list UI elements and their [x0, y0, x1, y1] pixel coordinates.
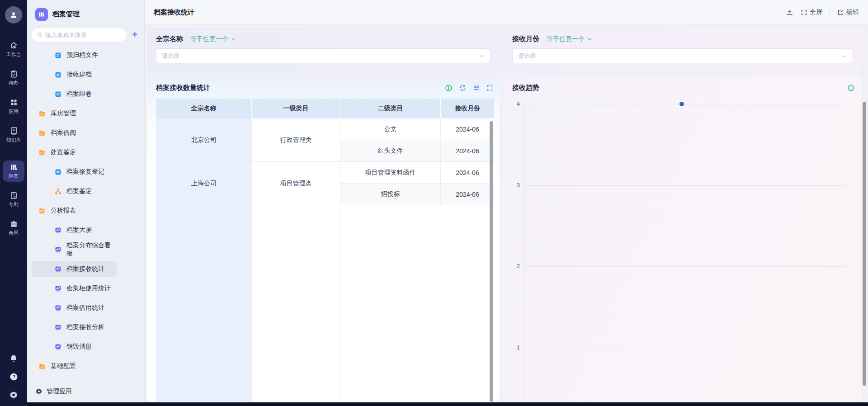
blue-doc-icon	[54, 90, 62, 98]
rail-item-contract[interactable]: 合同	[3, 217, 24, 239]
settings-gear-icon[interactable]	[9, 391, 18, 400]
rail-item-workbench[interactable]: 工作台	[3, 39, 24, 60]
table-cell-month: 2024-06	[441, 162, 494, 184]
table-filler-fond-column	[156, 205, 252, 401]
month-select[interactable]	[512, 48, 852, 63]
sidebar-item-destruction-list[interactable]: 销毁清册	[32, 339, 117, 355]
table-card-title: 档案接收数量统计	[156, 84, 210, 92]
download-button[interactable]	[786, 9, 793, 16]
org-chart-icon	[54, 188, 62, 195]
search-row: +	[27, 22, 144, 46]
fullscreen-button[interactable]: 全屏	[801, 8, 822, 16]
page-scrollbar-thumb[interactable]	[863, 102, 866, 386]
folder-icon	[38, 129, 46, 137]
rail-item-apps[interactable]: 应用	[3, 96, 24, 117]
rail-item-todo[interactable]: 待办	[3, 67, 24, 89]
y-tick-label: 2	[505, 263, 520, 269]
edit-button[interactable]: 编辑	[837, 8, 859, 16]
sidebar-menu: 预归档文件 接收建档 档案组卷 库房管理 档案借阅 处置鉴定 档案修复登记 档	[27, 46, 144, 380]
topbar-separator	[830, 9, 830, 16]
search-input[interactable]	[46, 32, 121, 38]
month-filter-card: 接收月份 等于任意一个	[503, 28, 861, 72]
sidebar-item-repair-registration[interactable]: 档案修复登记	[32, 164, 117, 180]
col-header-fond: 全宗名称	[156, 99, 252, 118]
col-header-month: 接收月份	[441, 99, 494, 118]
sidebar-item-cabinet-usage-statistics[interactable]: 密集柜使用统计	[32, 280, 117, 297]
rail-item-knowledge[interactable]: AI 知识库	[3, 124, 24, 146]
statistics-table: 全宗名称 一级类目 二级类目 接收月份 北京公司 行政管理类 公文 2024-0…	[156, 99, 494, 401]
fond-filter-label: 全宗名称	[156, 35, 183, 43]
sidebar-item-warehouse-mgmt[interactable]: 库房管理	[32, 105, 117, 122]
month-select-input[interactable]	[518, 52, 841, 59]
folder-icon	[38, 363, 46, 370]
chart-icon	[54, 285, 62, 293]
sidebar-item-reception-analysis[interactable]: 档案接收分析	[32, 319, 117, 335]
col-header-category2: 二级类目	[340, 99, 441, 118]
sidebar-item-analysis-reports[interactable]: 分析报表	[32, 203, 117, 219]
add-button[interactable]: +	[130, 30, 140, 40]
table-cell-category1: 行政管理类	[252, 118, 340, 162]
sidebar-item-reception-statistics[interactable]: 档案接收统计	[32, 261, 117, 277]
info-icon[interactable]	[445, 84, 453, 92]
chevron-down-icon	[479, 53, 485, 59]
sidebar-item-archive-borrowing[interactable]: 档案借阅	[32, 125, 117, 141]
chevron-down-icon	[231, 37, 236, 42]
y-tick-label: 3	[505, 182, 520, 189]
table-cell-category1: 项目管理类	[252, 162, 340, 205]
chart-icon	[54, 246, 62, 254]
sidebar-item-archive-binding[interactable]: 档案组卷	[32, 86, 117, 102]
y-tick-label: 1	[505, 344, 520, 351]
sidebar-item-borrowing-statistics[interactable]: 档案借用统计	[32, 300, 117, 316]
sidebar-item-archive-appraisal[interactable]: 档案鉴定	[32, 183, 117, 199]
table-cell-fond: 上海公司	[156, 162, 252, 205]
table-filler	[340, 205, 494, 401]
fond-filter-operator[interactable]: 等于任意一个	[190, 35, 236, 43]
rail-bottom: ?	[9, 354, 19, 406]
rail-item-patent[interactable]: ¥ 专利	[3, 189, 24, 210]
refresh-icon[interactable]	[459, 84, 467, 92]
fond-select[interactable]	[156, 48, 491, 63]
table-cell-category2: 招投标	[340, 184, 441, 205]
clipboard-check-icon	[9, 70, 18, 78]
sidebar-item-basic-config[interactable]: 基础配置	[32, 358, 117, 374]
gridline	[524, 266, 845, 267]
fullscreen-icon	[801, 9, 807, 16]
sidebar-item-receive-filing[interactable]: 接收建档	[32, 66, 117, 83]
table-scrollbar-thumb[interactable]	[490, 121, 493, 401]
notification-bell-icon[interactable]	[9, 354, 18, 363]
download-icon	[786, 9, 793, 16]
chevron-down-icon	[587, 37, 592, 42]
month-filter-operator[interactable]: 等于任意一个	[547, 35, 592, 43]
grid-icon	[9, 98, 18, 107]
chart-icon	[54, 343, 62, 351]
y-tick-label: 4	[505, 100, 520, 107]
chart-icon	[54, 227, 62, 234]
trend-plot: 4 3 2 1	[503, 77, 861, 401]
bottom-bar	[0, 402, 868, 406]
user-icon	[9, 10, 18, 19]
app-logo-icon	[35, 8, 48, 21]
table-cell-fond: 北京公司	[156, 118, 252, 162]
fond-select-input[interactable]	[162, 52, 479, 59]
help-icon[interactable]: ?	[9, 372, 19, 382]
expand-icon[interactable]	[486, 85, 493, 91]
chart-icon	[54, 304, 62, 312]
sidebar-item-archive-dashboard[interactable]: 档案大屏	[32, 222, 117, 238]
topbar-actions: 全屏 编辑	[786, 8, 859, 16]
sidebar-item-pre-archive-files[interactable]: 预归档文件	[32, 47, 117, 63]
folder-open-icon	[38, 149, 46, 156]
blue-doc-icon	[54, 168, 62, 176]
search-box[interactable]	[32, 28, 126, 42]
avatar[interactable]	[5, 6, 22, 24]
manage-app-button[interactable]: 管理应用	[27, 380, 144, 402]
svg-text:¥: ¥	[14, 196, 15, 198]
chart-icon	[54, 324, 62, 331]
svg-text:AI: AI	[12, 129, 15, 132]
sidebar-item-disposal-appraisal[interactable]: 处置鉴定	[32, 144, 117, 161]
gear-icon	[35, 388, 42, 395]
menu-icon[interactable]	[473, 84, 480, 91]
app-title: 档案管理	[52, 10, 80, 19]
rail-item-archive[interactable]: 档案	[3, 161, 24, 182]
svg-text:?: ?	[12, 374, 15, 379]
sidebar-item-distribution-board[interactable]: 档案分布综合看板	[32, 241, 117, 258]
